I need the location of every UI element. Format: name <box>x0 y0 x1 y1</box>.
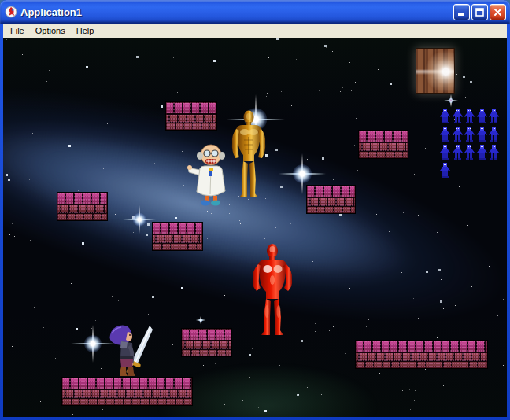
brick-platform <box>57 192 108 221</box>
close-button[interactable] <box>490 4 506 20</box>
sprite-sword-hero <box>107 324 154 378</box>
sprite-red-man <box>249 242 294 338</box>
blue-man-sprite <box>453 109 463 123</box>
blue-man-sprite <box>489 109 499 123</box>
glowing-block <box>416 48 455 94</box>
game-canvas[interactable] <box>3 38 507 417</box>
window-title: Application1 <box>20 6 452 18</box>
brick-platform <box>358 130 408 159</box>
close-icon <box>493 8 502 17</box>
blue-man-sprite <box>440 145 450 160</box>
brick-platform <box>181 328 232 357</box>
menu-item-options[interactable]: Options <box>30 24 71 37</box>
blue-man-sprite <box>453 145 463 160</box>
window-client-area: FileOptionsHelp <box>3 24 507 417</box>
starfield-small <box>3 38 4 39</box>
sprite-gold-man <box>230 110 268 201</box>
blue-man-sprite <box>440 163 450 178</box>
brick-platform <box>152 222 203 251</box>
application-window: Application1 FileOptionsHelp <box>0 0 510 420</box>
maximize-button[interactable] <box>471 4 488 20</box>
blue-man-sprite <box>489 127 499 142</box>
title-bar[interactable]: Application1 <box>0 0 510 24</box>
starfield-bright <box>3 38 4 39</box>
brick-platform <box>306 185 356 214</box>
minimize-button[interactable] <box>453 4 470 20</box>
blue-man-sprite <box>464 127 475 142</box>
brick-platform <box>61 377 193 406</box>
blue-man-sprite <box>453 127 463 142</box>
menu-item-help[interactable]: Help <box>71 24 100 37</box>
brick-platform <box>165 101 217 131</box>
app-icon delphi-flame-icon[interactable] <box>5 6 17 18</box>
menu-item-file[interactable]: File <box>5 24 30 37</box>
menu-bar: FileOptionsHelp <box>3 24 507 38</box>
blue-man-sprite <box>489 145 499 160</box>
blue-man-sprite <box>477 109 487 123</box>
blue-man-sprite <box>440 109 450 123</box>
star-sparkle <box>74 325 112 363</box>
brick-platform <box>355 340 488 369</box>
blue-man-sprite <box>477 127 487 142</box>
sprite-scientist <box>187 144 228 206</box>
star-sparkle <box>445 94 457 107</box>
maximize-icon <box>475 8 484 17</box>
blue-man-sprite <box>440 127 450 142</box>
blue-man-sprite <box>477 145 487 160</box>
minimize-icon <box>457 8 466 17</box>
blue-man-sprite <box>464 109 475 123</box>
blue-man-sprite <box>464 145 475 160</box>
star-sparkle <box>125 205 153 234</box>
star-sparkle <box>197 316 205 324</box>
